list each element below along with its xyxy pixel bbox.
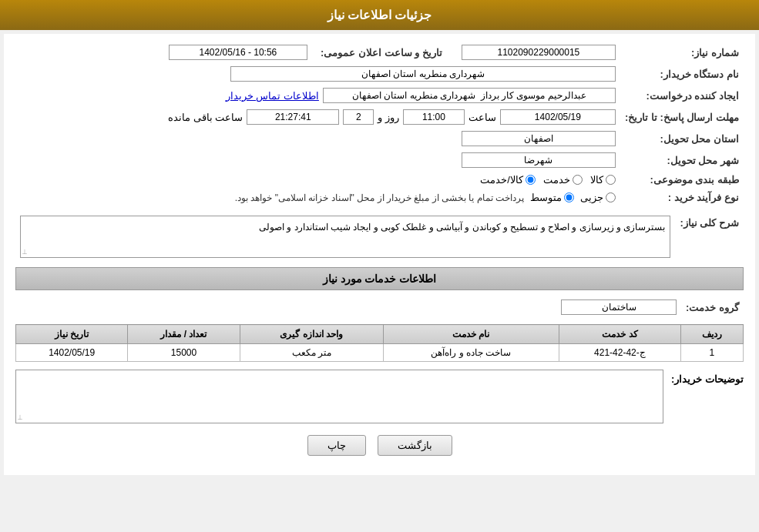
- announcement-value: [15, 42, 312, 63]
- col-unit: واحد اندازه گیری: [240, 325, 383, 344]
- table-row: 1ج-42-42-421ساخت جاده و راه‌آهنمتر مکعب1…: [16, 344, 744, 362]
- creator-value: اطلاعات تماس خریدار: [15, 85, 620, 106]
- category-options: کالا خدمت کالا/خدمت: [15, 171, 620, 189]
- province-input[interactable]: [462, 131, 616, 146]
- service-group-input[interactable]: [561, 299, 677, 315]
- process-motawaset-radio[interactable]: [564, 192, 574, 202]
- deadline-remain-label: ساعت باقی مانده: [168, 112, 243, 123]
- services-table: ردیف کد خدمت نام خدمت واحد اندازه گیری ت…: [15, 324, 744, 362]
- process-note: پرداخت تمام یا بخشی از مبلغ خریدار از مح…: [235, 192, 524, 203]
- category-khedmat-option[interactable]: خدمت: [543, 174, 583, 186]
- announcement-label: تاریخ و ساعت اعلان عمومی:: [312, 42, 451, 63]
- buyer-notes-section: توضیحات خریدار: ⟂: [15, 370, 744, 423]
- description-text: بسترسازی و زیرسازی و اصلاح و تسطیح و کوب…: [259, 222, 665, 233]
- deadline-remain-input[interactable]: [247, 109, 339, 125]
- process-motawaset-option[interactable]: متوسط: [530, 192, 574, 203]
- province-label: استان محل تحویل:: [620, 128, 744, 149]
- description-label: شرح کلی نیاز:: [675, 212, 744, 261]
- deadline-date-input[interactable]: [500, 109, 616, 125]
- city-input[interactable]: [462, 152, 616, 168]
- services-section-header: اطلاعات خدمات مورد نیاز: [15, 267, 744, 290]
- deadline-time-input[interactable]: [403, 109, 465, 125]
- col-qty: تعداد / مقدار: [128, 325, 240, 344]
- city-value: [15, 149, 620, 171]
- creator-input[interactable]: [323, 88, 616, 103]
- process-label: نوع فرآیند خرید :: [620, 189, 744, 206]
- service-group-label: گروه خدمت:: [681, 296, 744, 318]
- process-jozi-radio[interactable]: [606, 192, 616, 202]
- category-kala-option[interactable]: کالا: [590, 174, 616, 186]
- description-value: بسترسازی و زیرسازی و اصلاح و تسطیح و کوب…: [15, 212, 675, 261]
- category-kala-khedmat-option[interactable]: کالا/خدمت: [480, 174, 536, 186]
- need-number-value: [451, 42, 620, 63]
- process-row: جزیی متوسط پرداخت تمام یا بخشی از مبلغ خ…: [15, 189, 620, 206]
- col-date: تاریخ نیاز: [16, 325, 128, 344]
- creator-label: ایجاد کننده درخواست:: [620, 85, 744, 106]
- deadline-row: ساعت روز و ساعت باقی مانده: [15, 106, 620, 128]
- col-row: ردیف: [680, 325, 743, 344]
- category-khedmat-radio[interactable]: [573, 175, 583, 185]
- action-buttons: بازگشت چاپ: [15, 435, 744, 456]
- deadline-time-label: ساعت: [468, 112, 496, 123]
- buyer-notes-label: توضیحات خریدار:: [671, 370, 744, 385]
- print-button[interactable]: چاپ: [307, 435, 366, 456]
- province-value: [15, 128, 620, 149]
- buyer-org-value: [15, 63, 620, 85]
- category-kala-khedmat-radio[interactable]: [526, 175, 536, 185]
- buyer-org-input[interactable]: [230, 66, 616, 82]
- back-button[interactable]: بازگشت: [378, 435, 452, 456]
- deadline-label: مهلت ارسال پاسخ: تا تاریخ:: [620, 106, 744, 128]
- announcement-input[interactable]: [169, 45, 307, 60]
- page-title: جزئیات اطلاعات نیاز: [327, 8, 432, 22]
- contact-link[interactable]: اطلاعات تماس خریدار: [226, 90, 319, 102]
- process-jozi-option[interactable]: جزیی: [580, 192, 616, 203]
- service-group-value: [15, 296, 681, 318]
- buyer-notes-box: ⟂: [15, 370, 663, 423]
- resize-icon-notes: ⟂: [18, 413, 22, 421]
- resize-icon-desc: ⟂: [22, 247, 27, 256]
- deadline-days-input[interactable]: [343, 109, 374, 125]
- need-number-input[interactable]: [462, 45, 616, 60]
- category-kala-radio[interactable]: [606, 175, 616, 185]
- page-header: جزئیات اطلاعات نیاز: [0, 0, 759, 30]
- buyer-org-label: نام دستگاه خریدار:: [620, 63, 744, 85]
- category-label: طبقه بندی موضوعی:: [620, 171, 744, 189]
- need-number-label: شماره نیاز:: [620, 42, 744, 63]
- deadline-days-label: روز و: [378, 112, 399, 123]
- col-name: نام خدمت: [383, 325, 559, 344]
- city-label: شهر محل تحویل:: [620, 149, 744, 171]
- col-code: کد خدمت: [559, 325, 680, 344]
